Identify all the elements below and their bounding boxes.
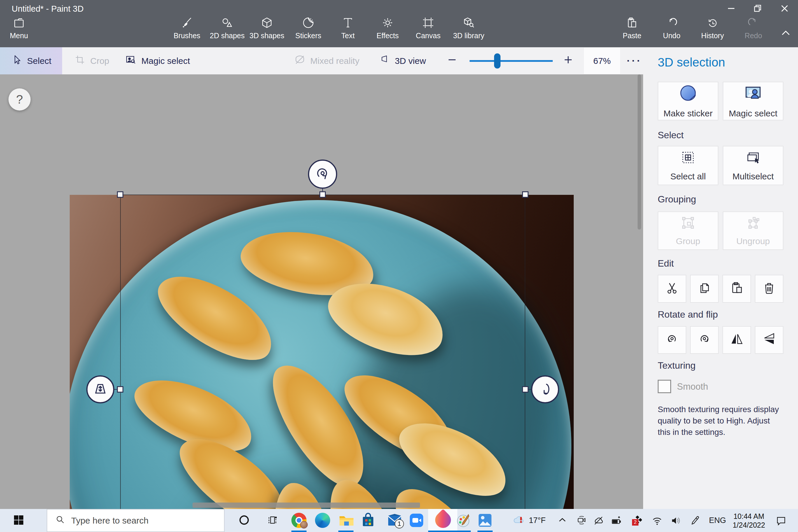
vertical-scrollbar[interactable] [638, 74, 641, 230]
task-view-button[interactable] [263, 509, 282, 532]
running-indicator [428, 531, 457, 532]
zoom-slider-track[interactable] [470, 60, 553, 62]
mail-icon[interactable]: 1 [387, 513, 402, 528]
delete-button[interactable] [755, 275, 783, 303]
magic-select-button[interactable]: Magic select [723, 82, 783, 120]
more-options-button[interactable]: ··· [624, 47, 645, 74]
weather-button[interactable] [510, 509, 527, 532]
rotate-y-handle[interactable] [531, 375, 559, 403]
taskbar-clock[interactable]: 10:44 AM 1/24/2022 [730, 509, 767, 532]
rotate-clockwise-button[interactable] [690, 326, 719, 354]
meet-now-button[interactable] [574, 509, 589, 532]
magic-select-tool-button[interactable]: Magic select [121, 47, 194, 74]
cursor-arrow-icon [11, 54, 22, 68]
tray-expand-button[interactable] [555, 509, 570, 532]
zoom-out-button[interactable] [443, 47, 461, 74]
selection-handle-left-mid[interactable] [117, 386, 124, 393]
restore-button[interactable] [744, 0, 771, 17]
mixed-reality-icon [294, 54, 306, 68]
zoom-slider-thumb[interactable] [494, 53, 500, 69]
microsoft-store-icon[interactable] [361, 513, 376, 528]
photos-icon[interactable] [477, 513, 493, 528]
running-indicator [338, 531, 354, 532]
collapse-ribbon-button[interactable] [773, 24, 798, 41]
minus-icon [447, 55, 457, 67]
zoom-percentage[interactable]: 67% [583, 47, 621, 74]
selection-handle-right-mid[interactable] [522, 386, 529, 393]
flip-horizontal-button[interactable] [722, 326, 751, 354]
paint-icon[interactable] [456, 513, 471, 528]
toolbar-item-stickers[interactable]: Stickers [288, 16, 329, 45]
undo-button[interactable]: Undo [651, 16, 692, 45]
paint3d-icon[interactable] [432, 509, 454, 531]
edge-icon[interactable] [315, 513, 330, 528]
running-indicator [291, 531, 306, 532]
crop-tool-button[interactable]: Crop [70, 47, 114, 74]
toolbar-item-effects[interactable]: Effects [367, 16, 408, 45]
rotate-counterclockwise-button[interactable] [658, 326, 686, 354]
toolbar-item-3d-shapes[interactable]: 3D shapes [246, 16, 287, 45]
copy-button[interactable] [690, 275, 719, 303]
select-all-button[interactable]: Select all [658, 146, 718, 185]
selection-box[interactable] [120, 194, 525, 509]
select-all-icon [680, 150, 696, 167]
smooth-checkbox[interactable] [658, 380, 671, 393]
history-button[interactable]: History [692, 16, 733, 45]
horizontal-scrollbar[interactable] [192, 502, 420, 508]
rotate-x-handle[interactable] [86, 375, 114, 403]
clock-date: 1/24/2022 [733, 520, 765, 529]
onedrive-icon[interactable] [591, 509, 606, 532]
panel-title: 3D selection [658, 55, 725, 70]
selection-handle-top-left[interactable] [117, 191, 124, 198]
weather-temp[interactable]: 17°F [526, 509, 549, 532]
pen-icon[interactable] [687, 509, 703, 532]
redo-button[interactable]: Redo [733, 16, 774, 45]
toolbar-item-2d-shapes[interactable]: 2D shapes [207, 16, 248, 45]
group-button[interactable]: Group [658, 211, 718, 250]
minimize-button[interactable] [718, 0, 744, 17]
zoom-slider[interactable] [470, 47, 553, 74]
paint3d-window: Untitled* - Paint 3D Menu Brushes 2D sha… [0, 0, 798, 532]
zoom-in-button[interactable] [559, 47, 577, 74]
close-button[interactable] [772, 0, 798, 17]
cut-button[interactable] [658, 275, 686, 303]
language-indicator[interactable]: ENG [707, 509, 728, 532]
select-tool-button[interactable]: Select [0, 47, 62, 74]
chevron-up-icon [558, 516, 567, 525]
wifi-icon[interactable] [649, 509, 665, 532]
paste-edit-button[interactable] [722, 275, 751, 303]
mixed-reality-button[interactable]: Mixed reality [292, 47, 362, 74]
start-button[interactable] [8, 509, 29, 532]
paint3d-active-tile[interactable] [428, 509, 457, 532]
selection-handle-top-mid[interactable] [319, 191, 326, 198]
paste-icon [626, 16, 639, 29]
chrome-profile-avatar [300, 521, 308, 529]
toolbar-item-canvas[interactable]: Canvas [408, 16, 449, 45]
flip-vertical-button[interactable] [755, 326, 783, 354]
toolbar-item-3d-library[interactable]: 3D library [448, 16, 489, 45]
action-center-button[interactable] [772, 509, 791, 532]
toolbar-item-brushes[interactable]: Brushes [167, 16, 207, 45]
ungroup-button[interactable]: Ungroup [723, 211, 783, 250]
volume-icon[interactable] [667, 509, 684, 532]
help-button[interactable]: ? [8, 88, 31, 111]
chrome-icon[interactable] [291, 513, 306, 528]
zoom-app-icon[interactable] [409, 513, 424, 528]
toolbar-item-text[interactable]: Text [327, 16, 368, 45]
file-explorer-icon[interactable] [338, 513, 354, 528]
cortana-button[interactable] [235, 509, 253, 532]
multiselect-button[interactable]: Multiselect [723, 146, 783, 185]
update-tray-icon[interactable]: 2 [629, 509, 645, 532]
menu-button[interactable]: Menu [0, 16, 39, 45]
3d-library-icon [462, 16, 475, 29]
battery-icon[interactable] [608, 509, 625, 532]
task-view-icon [267, 514, 278, 527]
rotate-z-handle[interactable] [308, 159, 337, 189]
canvas-workspace: ? [0, 74, 643, 509]
3d-view-button[interactable]: 3D view [373, 47, 432, 74]
selection-handle-top-right[interactable] [522, 191, 529, 198]
texturing-note: Smooth texturing requires display qualit… [658, 404, 780, 438]
taskbar-search[interactable]: Type here to search [47, 509, 225, 532]
paste-button[interactable]: Paste [612, 16, 652, 45]
make-sticker-button[interactable]: Make sticker [658, 82, 718, 120]
